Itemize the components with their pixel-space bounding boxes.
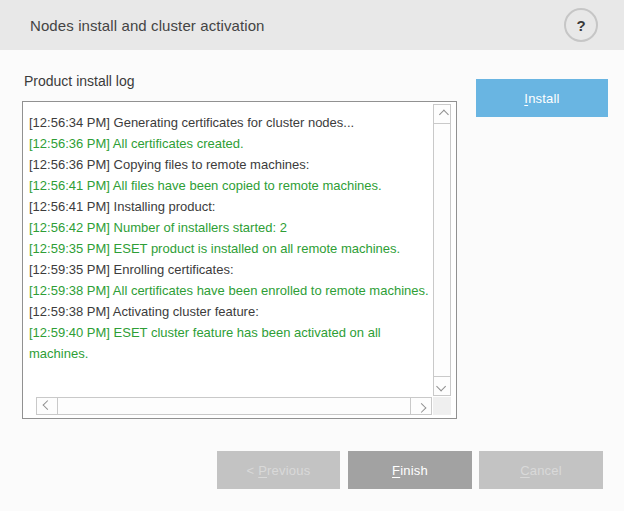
page-title: Nodes install and cluster activation xyxy=(30,17,265,34)
previous-button-label-pre: < xyxy=(247,463,259,478)
log-line: [12:59:35 PM] ESET product is installed … xyxy=(29,238,433,259)
scroll-right-button[interactable] xyxy=(410,397,432,415)
log-list[interactable]: [12:56:34 PM] Generating certificates fo… xyxy=(23,102,433,394)
chevron-left-icon xyxy=(42,400,52,410)
product-install-log-box: [12:56:34 PM] Generating certificates fo… xyxy=(22,101,457,419)
horizontal-scrollbar-thumb[interactable] xyxy=(57,397,411,415)
help-button[interactable]: ? xyxy=(564,8,598,42)
log-line: [12:59:38 PM] All certificates have been… xyxy=(29,280,433,301)
install-button[interactable]: Install xyxy=(476,79,608,117)
finish-button-label: inish xyxy=(400,463,428,478)
vertical-scrollbar[interactable] xyxy=(433,104,451,396)
horizontal-scrollbar[interactable] xyxy=(36,397,432,415)
wizard-window: Nodes install and cluster activation ? P… xyxy=(0,0,624,511)
scrollbar-corner xyxy=(433,397,451,415)
log-line: [12:56:41 PM] All files have been copied… xyxy=(29,175,433,196)
finish-button[interactable]: Finish xyxy=(348,451,472,489)
cancel-button: Cancel xyxy=(479,451,603,489)
log-line: [12:56:34 PM] Generating certificates fo… xyxy=(29,112,433,133)
scroll-down-button[interactable] xyxy=(433,376,451,396)
vertical-scrollbar-thumb[interactable] xyxy=(433,123,451,377)
log-line: [12:56:42 PM] Number of installers start… xyxy=(29,217,433,238)
log-line: [12:56:36 PM] All certificates created. xyxy=(29,133,433,154)
log-line: [12:56:41 PM] Installing product: xyxy=(29,196,433,217)
log-line: [12:59:38 PM] Activating cluster feature… xyxy=(29,301,433,322)
scroll-left-button[interactable] xyxy=(36,397,58,415)
question-mark-icon: ? xyxy=(576,17,585,34)
finish-button-accesskey: F xyxy=(392,463,400,478)
chevron-right-icon xyxy=(416,402,426,412)
titlebar: Nodes install and cluster activation ? xyxy=(0,0,624,50)
log-line: [12:59:40 PM] ESET cluster feature has b… xyxy=(29,322,433,364)
scroll-up-button[interactable] xyxy=(433,104,451,124)
cancel-button-accesskey: C xyxy=(520,463,530,478)
log-line: [12:56:36 PM] Copying files to remote ma… xyxy=(29,154,433,175)
previous-button-label: revious xyxy=(267,463,310,478)
chevron-up-icon xyxy=(438,109,448,119)
log-line: [12:59:35 PM] Enrolling certificates: xyxy=(29,259,433,280)
install-button-label: nstall xyxy=(528,91,560,106)
log-label: Product install log xyxy=(24,73,135,89)
chevron-down-icon xyxy=(436,381,446,391)
previous-button: < Previous xyxy=(217,451,340,489)
cancel-button-label: ancel xyxy=(530,463,562,478)
previous-button-accesskey: P xyxy=(258,463,267,478)
